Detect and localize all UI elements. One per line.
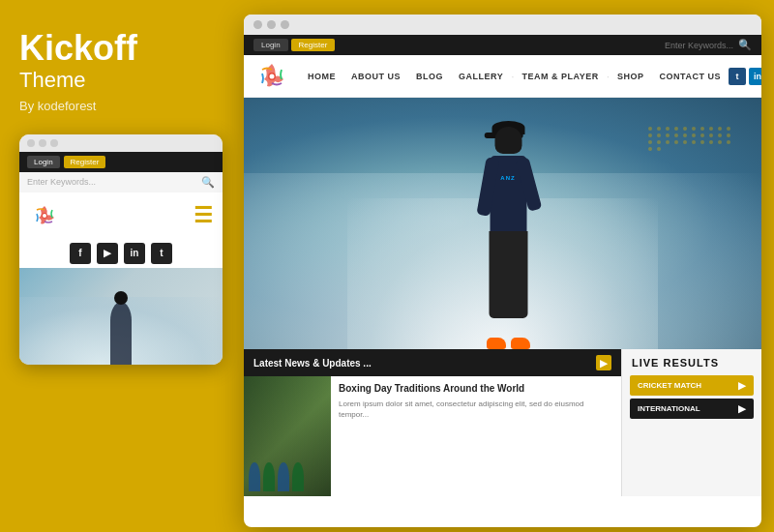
browser-dot-1 <box>253 20 262 29</box>
hamburger-icon[interactable]: ☰ <box>194 203 213 228</box>
mobile-mockup: Login Register Enter Keywords... 🔍 ☰ <box>19 134 223 365</box>
mobile-chrome-bar <box>19 134 223 152</box>
jersey-text: ANZ <box>500 175 515 181</box>
brand-title: Kickoff <box>19 29 221 68</box>
mobile-twitter-icon[interactable]: t <box>151 243 172 264</box>
player-shoes <box>487 338 530 349</box>
dots-pattern <box>648 127 732 151</box>
player-fig-1 <box>249 462 260 491</box>
nav-shop[interactable]: SHOP <box>610 72 652 81</box>
mobile-facebook-icon[interactable]: f <box>70 243 91 264</box>
news-article-title: Boxing Day Traditions Around the World <box>339 382 613 395</box>
mobile-linkedin-icon[interactable]: in <box>124 243 145 264</box>
player-legs <box>489 231 527 318</box>
cricket-match-arrow: ▶ <box>738 380 746 391</box>
shoe-left <box>487 338 506 349</box>
player-fig-4 <box>292 462 304 491</box>
top-bar-buttons: Login Register <box>253 39 335 51</box>
news-arrow-button[interactable]: ▶ <box>596 355 611 370</box>
logo-svg-desktop <box>253 58 290 95</box>
international-arrow: ▶ <box>738 403 746 414</box>
live-results-header: LIVE RESULTS <box>622 349 761 372</box>
logo-svg <box>29 200 60 231</box>
hero-section: ANZ <box>244 98 761 349</box>
main-navigation: HOME ABOUT US BLOG GALLERY · TEAM & PLAY… <box>244 55 761 98</box>
chrome-dot-2 <box>39 139 46 147</box>
nav-team[interactable]: TEAM & PLAYER <box>515 72 607 81</box>
mobile-search-placeholder: Enter Keywords... <box>27 177 96 187</box>
mobile-youtube-icon[interactable]: ▶ <box>97 243 118 264</box>
news-header: Latest News & Updates ... ▶ <box>244 349 621 376</box>
nav-gallery[interactable]: GALLERY <box>451 72 511 81</box>
nav-blog[interactable]: BLOG <box>408 72 451 81</box>
news-section: Latest News & Updates ... ▶ Boxing Day T… <box>244 349 621 496</box>
player-fig-2 <box>263 462 275 491</box>
mobile-search-icon[interactable]: 🔍 <box>201 176 215 189</box>
brand-subtitle: Theme <box>19 68 221 93</box>
browser-dot-3 <box>281 20 289 29</box>
mobile-social-icons: f ▶ in t <box>19 239 223 268</box>
nav-contact[interactable]: CONTACT US <box>652 72 729 81</box>
bottom-section: Latest News & Updates ... ▶ Boxing Day T… <box>244 349 761 496</box>
live-results-panel: LIVE RESULTS CRICKET MATCH ▶ INTERNATION… <box>621 349 761 496</box>
mobile-logo <box>29 200 60 231</box>
news-thumbnail <box>244 376 331 496</box>
desktop-register-button[interactable]: Register <box>291 39 336 51</box>
nav-linkedin-icon[interactable]: in <box>749 68 761 85</box>
mobile-register-button[interactable]: Register <box>64 156 106 168</box>
mobile-login-button[interactable]: Login <box>27 156 60 168</box>
mobile-hero-image <box>19 268 223 365</box>
desktop-login-button[interactable]: Login <box>253 39 288 51</box>
nav-social-icons: t in ▶ f <box>729 68 761 85</box>
news-header-text: Latest News & Updates ... <box>253 358 372 369</box>
chrome-dot-1 <box>27 139 35 147</box>
browser-chrome <box>244 15 761 35</box>
site-top-bar: Login Register 🔍 <box>244 35 761 55</box>
cricket-match-label: CRICKET MATCH <box>638 381 701 390</box>
svg-point-3 <box>270 74 275 78</box>
nav-items: HOME ABOUT US BLOG GALLERY · TEAM & PLAY… <box>300 70 729 83</box>
nav-about[interactable]: ABOUT US <box>343 72 408 81</box>
player-fig-3 <box>278 462 289 491</box>
mobile-logo-nav: ☰ <box>19 192 223 239</box>
international-result[interactable]: INTERNATIONAL ▶ <box>630 399 754 419</box>
player-head <box>494 127 521 154</box>
chrome-dot-3 <box>50 139 58 147</box>
cricket-match-result[interactable]: CRICKET MATCH ▶ <box>630 375 754 396</box>
brand-author: By kodeforest <box>19 99 221 113</box>
desktop-mockup: Login Register 🔍 HOME ABOUT US BLOG GAL <box>244 15 761 527</box>
left-panel: Kickoff Theme By kodeforest Login Regist… <box>0 0 240 532</box>
mobile-hero-bg <box>19 268 223 365</box>
mobile-header-bar: Login Register <box>19 152 223 172</box>
desktop-search-icon[interactable]: 🔍 <box>738 39 752 51</box>
browser-dot-2 <box>267 20 276 29</box>
desktop-search-input[interactable] <box>625 41 733 50</box>
mobile-search-bar: Enter Keywords... 🔍 <box>19 172 223 192</box>
nav-logo <box>253 58 290 95</box>
top-search-area: 🔍 <box>625 39 752 51</box>
nav-twitter-icon[interactable]: t <box>729 68 746 85</box>
nav-home[interactable]: HOME <box>300 72 343 81</box>
news-content: Boxing Day Traditions Around the World L… <box>244 376 621 496</box>
shoe-right <box>511 338 530 349</box>
svg-point-1 <box>43 214 46 218</box>
news-article-body: Lorem ipsum dolor sit amet, consectetur … <box>339 399 613 420</box>
international-label: INTERNATIONAL <box>638 404 700 413</box>
news-text-area: Boxing Day Traditions Around the World L… <box>331 376 621 496</box>
soccer-players-silhouette <box>249 462 304 491</box>
hero-player-figure: ANZ <box>455 127 561 349</box>
